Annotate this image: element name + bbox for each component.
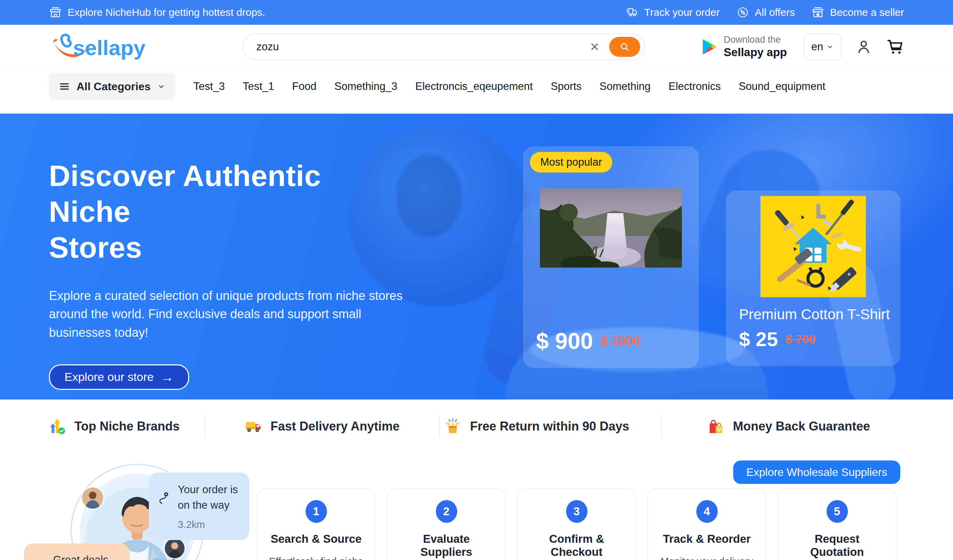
nav-link-food[interactable]: Food [292, 80, 317, 93]
feature-label: Fast Delivery Anytime [270, 419, 400, 434]
order-distance: 3.2km [178, 517, 241, 532]
journey-steps: 1 Search & Source Effortlessly find nich… [257, 489, 897, 560]
trending-brands-icon [48, 417, 66, 435]
route-pin-icon [158, 491, 172, 505]
hero-title-line1: Discover Authentic Niche [49, 159, 321, 228]
hero-copy: Discover Authentic Niche Stores Explore … [49, 158, 416, 390]
nav-link-electronics[interactable]: Electronics [668, 80, 721, 93]
nav-link-test1[interactable]: Test_1 [243, 80, 274, 93]
hero-title: Discover Authentic Niche Stores [49, 158, 380, 265]
product-old-price: $ 700 [785, 332, 816, 346]
all-categories-dropdown[interactable]: All Categories [49, 73, 175, 100]
nav-link-sports[interactable]: Sports [551, 80, 582, 93]
step-number-badge: 3 [566, 500, 587, 523]
featured-product-card[interactable]: Premium Cotton T-Shirt $ 25 $ 700 [726, 191, 900, 366]
topbar-links: Track your order All offers Become a sel… [626, 6, 904, 19]
chevron-down-icon [157, 83, 165, 90]
top-promo-bar: Explore NicheHub for getting hottest dro… [0, 0, 953, 25]
feature-label: Top Niche Brands [75, 419, 180, 434]
price-row: $ 25 $ 700 [726, 327, 900, 351]
hero-banner: Discover Authentic Niche Stores Explore … [0, 114, 953, 400]
promo-label: Explore NicheHub for getting hottest dro… [68, 6, 265, 18]
product-old-price: $ 1000 [601, 334, 641, 349]
step-title: Track & Reorder [657, 532, 757, 546]
seller-avatar [82, 487, 103, 509]
nav-link-sound-equipment[interactable]: Sound_equipment [739, 80, 826, 93]
storefront-icon [812, 6, 824, 19]
nav-link-something3[interactable]: Something_3 [335, 80, 397, 93]
language-value: en [812, 40, 823, 53]
price-row: $ 900 $ 1000 [523, 328, 641, 354]
fast-delivery-truck-icon [244, 417, 262, 435]
step-title: Search & Source [265, 532, 366, 546]
open-gift-box-icon [444, 417, 462, 435]
avatar-photo [82, 487, 103, 509]
feature-top-niche-brands: Top Niche Brands [48, 417, 204, 435]
search-icon [619, 42, 630, 52]
all-offers-link[interactable]: All offers [736, 6, 795, 19]
deals-bubble: Great deals with incredible sellers & [24, 543, 130, 560]
download-line1: Download the [724, 34, 787, 45]
language-selector[interactable]: en [804, 33, 841, 60]
supplier-journey-section: Your order is on the way 3.2km Great dea… [0, 453, 953, 560]
header-actions: Download the Sellapy app en [700, 33, 904, 60]
delivery-truck-icon [626, 6, 639, 19]
order-bubble-text: Your order is on the way [178, 482, 241, 513]
sellapy-logo-graphic: sellapy [49, 29, 169, 64]
nav-link-test3[interactable]: Test_3 [193, 80, 225, 93]
step-description: Monitor your delivery in real time and e… [657, 554, 757, 560]
google-play-icon [700, 38, 718, 56]
become-seller-link[interactable]: Become a seller [812, 6, 904, 19]
step-card-search-source: 1 Search & Source Effortlessly find nich… [257, 489, 376, 560]
cart-button[interactable] [886, 38, 904, 56]
search-button[interactable] [609, 37, 640, 57]
shopping-bags-icon [707, 417, 725, 435]
search-input[interactable] [256, 40, 587, 53]
explore-store-button[interactable]: Explore our store → [49, 365, 189, 390]
nav-link-electroncis-eqeupement[interactable]: Electroncis_eqeupement [415, 80, 533, 93]
features-strip: Top Niche Brands Fast Delivery Anytime F… [0, 400, 953, 453]
step-card-track-reorder: 4 Track & Reorder Monitor your delivery … [647, 489, 766, 560]
step-number-badge: 2 [436, 500, 457, 523]
main-header: sellapy ✕ Download the Sellapy app en [0, 25, 953, 69]
search-clear-icon[interactable]: ✕ [590, 41, 600, 53]
all-categories-label: All Categories [76, 80, 151, 93]
download-app-link[interactable]: Download the Sellapy app [700, 34, 787, 59]
waterfall-photo [540, 188, 682, 268]
storefront-icon [49, 6, 62, 19]
explore-store-label: Explore our store [64, 370, 154, 384]
cart-icon [886, 38, 904, 56]
step-number-badge: 5 [827, 500, 848, 523]
step-card-request-quotation: 5 Request Quotation Instantly request ne… [778, 489, 897, 560]
step-card-confirm-checkout: 3 Confirm & Checkout Negotiate the best … [517, 489, 636, 560]
all-offers-label: All offers [755, 6, 795, 18]
spacer [0, 104, 953, 114]
user-account-icon [856, 39, 872, 55]
feature-label: Money Back Guarantee [733, 419, 870, 434]
track-order-label: Track your order [644, 6, 720, 18]
explore-wholesale-suppliers-button[interactable]: Explore Wholesale Suppliers [733, 461, 900, 484]
category-navbar: All Categories Test_3 Test_1 Food Someth… [0, 69, 953, 104]
step-title: Evaluate Suppliers [396, 532, 497, 558]
step-number-badge: 1 [306, 500, 327, 523]
logo-text: sellapy [73, 36, 146, 60]
step-number-badge: 4 [696, 500, 718, 523]
chevron-down-icon [827, 43, 833, 50]
promo-message[interactable]: Explore NicheHub for getting hottest dro… [49, 6, 265, 19]
sellapy-logo[interactable]: sellapy [49, 29, 169, 64]
product-title: Premium Cotton T-Shirt [726, 306, 900, 323]
seller-avatar [165, 538, 185, 558]
feature-label: Free Return within 90 Days [470, 419, 629, 434]
step-description: Effortlessly find niche products and tru… [265, 554, 366, 560]
download-text: Download the Sellapy app [724, 34, 787, 59]
become-seller-label: Become a seller [830, 6, 904, 18]
account-button[interactable] [856, 39, 872, 55]
nav-link-something[interactable]: Something [599, 80, 650, 93]
track-order-link[interactable]: Track your order [626, 6, 720, 19]
hero-title-line2: Stores [49, 231, 142, 264]
download-line2: Sellapy app [724, 46, 787, 59]
feature-money-back: Money Back Guarantee [661, 417, 905, 435]
featured-product-card[interactable]: Most popular $ 900 [523, 146, 699, 368]
tools-photo [761, 196, 866, 297]
order-status-bubble: Your order is on the way 3.2km [149, 473, 250, 540]
